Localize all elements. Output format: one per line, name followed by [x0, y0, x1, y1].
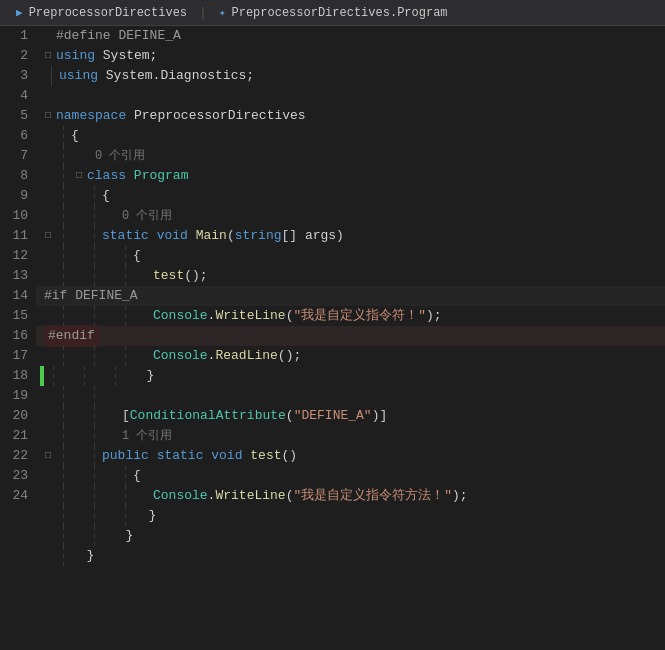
guide-8b	[94, 186, 95, 206]
line-num-20: 20	[0, 406, 28, 426]
code-line-17	[36, 386, 665, 406]
line-num-9: 9	[0, 186, 28, 206]
guide-6	[63, 126, 64, 146]
code-block-9: 0 个引用 □ static void Main(string[] args)	[36, 206, 665, 246]
right-tab-icon: ✦	[219, 6, 226, 19]
code-block-18: [ConditionalAttribute("DEFINE_A")] 1 个引用	[36, 406, 665, 446]
guide-15b	[94, 346, 95, 366]
guide-22b	[94, 506, 95, 526]
code-line-7: □ class Program	[36, 166, 665, 186]
guide-13b	[94, 306, 95, 326]
guide-23a	[63, 526, 64, 546]
guide-22a	[63, 506, 64, 526]
guide-10c	[125, 246, 126, 266]
ref-hint-9: 0 个引用	[36, 206, 665, 226]
code-line-4	[36, 86, 665, 106]
code-line-24: }	[36, 546, 665, 566]
line-num-18: 18	[0, 366, 28, 386]
guide-21b	[94, 486, 95, 506]
line-num-2: 2	[0, 46, 28, 66]
line-num-22: 22	[0, 446, 28, 466]
fold-icon-19[interactable]: □	[40, 448, 56, 464]
code-line-9: □ static void Main(string[] args)	[36, 226, 665, 246]
code-line-10: {	[36, 246, 665, 266]
left-tab[interactable]: ▶ PreprocessorDirectives	[8, 0, 195, 25]
line-num-10: 10	[0, 206, 28, 226]
line-num-19: 19	[0, 386, 28, 406]
fold-icon-5[interactable]: □	[40, 108, 56, 124]
guide-11c	[125, 266, 126, 286]
code-line-22: }	[36, 506, 665, 526]
left-tab-icon: ▶	[16, 6, 23, 19]
ref-text-18: 1 个引用	[122, 426, 172, 446]
code-content[interactable]: #define DEFINE_A □ using System; using S…	[36, 26, 665, 650]
guide-17a	[63, 386, 64, 406]
code-line-12: #if DEFINE_A	[36, 286, 665, 306]
title-bar: ▶ PreprocessorDirectives | ✦ Preprocesso…	[0, 0, 665, 26]
guide-13c	[125, 306, 126, 326]
guide-24a	[63, 546, 64, 566]
code-block-7: 0 个引用 □ class Program	[36, 146, 665, 186]
guide-18b	[94, 406, 95, 426]
line-num-12: 12	[0, 246, 28, 266]
line-num-23: 23	[0, 466, 28, 486]
line-num-24: 24	[0, 486, 28, 506]
guide-17b	[94, 386, 95, 406]
code-line-3: using System.Diagnostics;	[36, 66, 665, 86]
code-line-2: □ using System;	[36, 46, 665, 66]
code-line-6: {	[36, 126, 665, 146]
guide-13a	[63, 306, 64, 326]
line-numbers: 1 2 3 4 5 6 7 8 9 10 11 12 13 14 15 16 1…	[0, 26, 36, 650]
guide-9b	[94, 226, 95, 246]
guide-ref9b	[94, 206, 95, 226]
code-line-15: Console.ReadLine();	[36, 346, 665, 366]
ref-hint-7: 0 个引用	[36, 146, 665, 166]
guide-16c	[115, 366, 116, 386]
right-tab-label: PreprocessorDirectives.Program	[232, 6, 448, 20]
left-tab-label: PreprocessorDirectives	[29, 6, 187, 20]
line-num-7: 7	[0, 146, 28, 166]
guide-22c	[125, 506, 126, 526]
line-num-21: 21	[0, 426, 28, 446]
guide-16b	[84, 366, 85, 386]
line-num-13: 13	[0, 266, 28, 286]
code-line-13: Console.WriteLine("我是自定义指令符！");	[36, 306, 665, 326]
guide-7	[63, 166, 64, 186]
guide-8a	[63, 186, 64, 206]
code-line-8: {	[36, 186, 665, 206]
guide-16a	[53, 366, 54, 386]
editor-area: 1 2 3 4 5 6 7 8 9 10 11 12 13 14 15 16 1…	[0, 26, 665, 650]
line1-text: #define DEFINE_A	[56, 26, 181, 46]
line-num-4: 4	[0, 86, 28, 106]
guide-18a	[63, 406, 64, 426]
guide-11a	[63, 266, 64, 286]
code-line-5: □ namespace PreprocessorDirectives	[36, 106, 665, 126]
guide-20a	[63, 466, 64, 486]
code-line-19: □ public static void test()	[36, 446, 665, 466]
guide-21c	[125, 486, 126, 506]
guide-10a	[63, 246, 64, 266]
line-num-5: 5	[0, 106, 28, 126]
code-line-16: }	[36, 366, 665, 386]
guide-10b	[94, 246, 95, 266]
guide-9a	[63, 226, 64, 246]
code-line-18: [ConditionalAttribute("DEFINE_A")]	[36, 406, 665, 426]
code-line-11: test();	[36, 266, 665, 286]
guide-ref9a	[63, 206, 64, 226]
tab-divider: |	[199, 5, 207, 20]
guide-19b	[94, 446, 95, 466]
fold-icon-9[interactable]: □	[40, 228, 56, 244]
fold-icon-7[interactable]: □	[71, 168, 87, 184]
code-line-20: {	[36, 466, 665, 486]
fold-icon-2[interactable]: □	[40, 48, 56, 64]
guide-3	[51, 66, 52, 86]
right-tab[interactable]: ✦ PreprocessorDirectives.Program	[211, 0, 456, 25]
code-line-21: Console.WriteLine("我是自定义指令符方法！");	[36, 486, 665, 506]
endif-text: #endif	[44, 325, 99, 347]
guide-20c	[125, 466, 126, 486]
ref-text-9: 0 个引用	[122, 206, 172, 226]
line-num-16: 16	[0, 326, 28, 346]
line-num-8: 8	[0, 166, 28, 186]
code-line-1: #define DEFINE_A	[36, 26, 665, 46]
guide-21a	[63, 486, 64, 506]
